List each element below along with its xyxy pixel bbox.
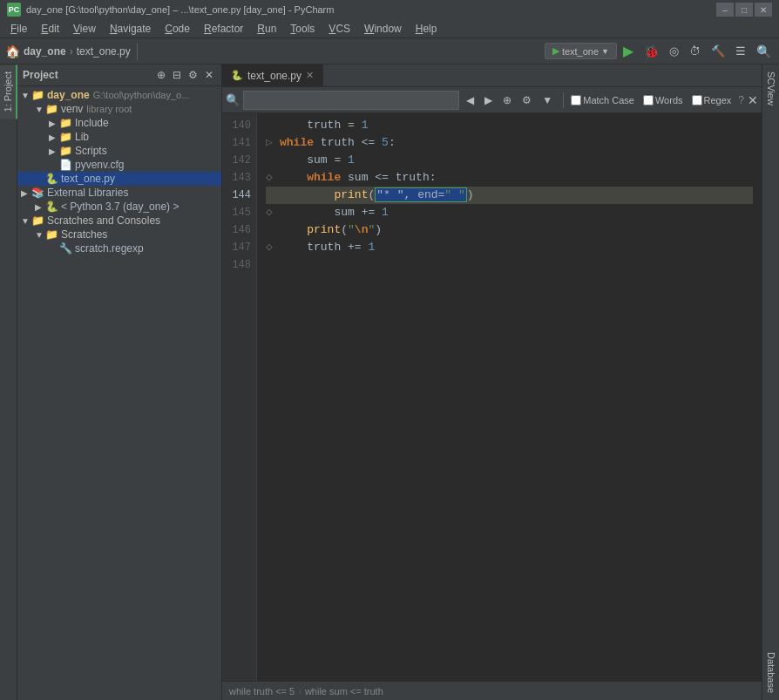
- line-decoration-141: ▷: [266, 134, 280, 152]
- search-input[interactable]: [243, 91, 459, 110]
- editor-tabs: 🐍 text_one.py ✕: [222, 65, 762, 87]
- line-numbers: 140 141 142 143 144 145 146 147 148: [222, 113, 257, 681]
- line-num-140: 140: [227, 117, 251, 134]
- code-line-140: truth = 1: [266, 117, 753, 134]
- run-controls: ▶ text_one ▼ ▶ 🐞 ◎ ⏱ 🔨 ☰: [545, 40, 750, 62]
- run-config-dropdown[interactable]: ▶ text_one ▼: [545, 43, 617, 59]
- regex-option[interactable]: Regex: [692, 95, 732, 105]
- match-case-checkbox[interactable]: [571, 95, 581, 105]
- tree-label-scripts: Scripts: [75, 145, 107, 157]
- scview-label: SCView: [766, 71, 776, 105]
- words-checkbox[interactable]: [643, 95, 654, 105]
- search-filter-button[interactable]: ▼: [539, 92, 556, 108]
- maximize-button[interactable]: □: [735, 3, 753, 17]
- code-content[interactable]: truth = 1 ▷ while truth <= 5: sum = 1 ◇ …: [257, 113, 762, 681]
- menu-file[interactable]: File: [3, 21, 34, 37]
- app-icon: PC: [7, 3, 21, 17]
- words-option[interactable]: Words: [643, 95, 683, 105]
- sidebar-settings-icon[interactable]: ⚙: [186, 68, 200, 82]
- tree-item-lib[interactable]: ▶ 📁 Lib: [17, 130, 221, 144]
- code-line-148: [266, 256, 753, 274]
- menu-code[interactable]: Code: [158, 21, 197, 37]
- tree-item-include[interactable]: ▶ 📁 Include: [17, 116, 221, 130]
- window-controls[interactable]: – □ ✕: [716, 3, 772, 17]
- menu-tools[interactable]: Tools: [283, 21, 322, 37]
- regex-checkbox[interactable]: [692, 95, 702, 105]
- regex-label: Regex: [704, 95, 732, 105]
- tree-item-scratch-regexp[interactable]: 🔧 scratch.regexp: [17, 241, 221, 255]
- words-label: Words: [655, 95, 683, 105]
- sidebar-close-icon[interactable]: ✕: [202, 68, 216, 82]
- line-num-148: 148: [227, 256, 251, 274]
- code-editor: 140 141 142 143 144 145 146 147 148 trut…: [222, 113, 762, 681]
- toolbar-btn-5[interactable]: ☰: [731, 42, 750, 60]
- tree-label-day_one: day_one: [47, 89, 90, 101]
- minimize-button[interactable]: –: [716, 3, 734, 17]
- menu-view[interactable]: View: [66, 21, 103, 37]
- arrow-icon: ▶: [35, 202, 45, 212]
- run-config-icon: ▶: [552, 45, 559, 57]
- tree-item-scratches-consoles[interactable]: ▼ 📁 Scratches and Consoles: [17, 214, 221, 228]
- arrow-icon: [35, 174, 45, 184]
- run-config-label: text_one: [562, 46, 599, 57]
- line-decoration-148: [266, 256, 280, 274]
- tree-item-venv[interactable]: ▼ 📁 venv library root: [17, 102, 221, 116]
- search-prev-button[interactable]: ◀: [463, 92, 478, 108]
- line-num-143: 143: [227, 169, 251, 187]
- title-bar: PC day_one [G:\tool\python\day_one] – ..…: [0, 0, 779, 19]
- search-close-button[interactable]: ✕: [748, 93, 758, 107]
- menu-refactor[interactable]: Refactor: [197, 21, 250, 37]
- debug-button[interactable]: 🐞: [640, 42, 663, 61]
- tree-item-external-libs[interactable]: ▶ 📚 External Libraries: [17, 186, 221, 200]
- menu-help[interactable]: Help: [409, 21, 444, 37]
- line-decoration-144: [266, 187, 280, 204]
- tab-close-button[interactable]: ✕: [306, 70, 314, 81]
- search-icon[interactable]: 🔍: [754, 42, 774, 61]
- database-panel-tab[interactable]: Database: [762, 645, 779, 700]
- tree-label-include: Include: [75, 117, 109, 129]
- tree-item-scripts[interactable]: ▶ 📁 Scripts: [17, 144, 221, 158]
- code-text-142: sum = 1: [280, 152, 355, 169]
- match-case-option[interactable]: Match Case: [571, 95, 634, 105]
- search-settings-button[interactable]: ⚙: [518, 92, 535, 108]
- tree-item-scratches[interactable]: ▼ 📁 Scratches: [17, 228, 221, 241]
- folder-icon: 📁: [31, 89, 44, 101]
- sidebar-collapse-icon[interactable]: ⊟: [170, 68, 184, 82]
- toolbar-separator: [137, 43, 138, 60]
- tree-item-text_one[interactable]: 🐍 text_one.py: [17, 172, 221, 186]
- tree-item-pyvenv[interactable]: 📄 pyvenv.cfg: [17, 158, 221, 172]
- coverage-button[interactable]: ◎: [665, 42, 683, 60]
- project-tab-label: 1: Project: [3, 71, 13, 112]
- profile-button[interactable]: ⏱: [685, 42, 705, 60]
- search-find-button[interactable]: ⊕: [499, 92, 515, 108]
- search-bar: 🔍 ◀ ▶ ⊕ ⚙ ▼ Match Case Words Regex ? ✕: [222, 87, 762, 113]
- tree-item-python37[interactable]: ▶ 🐍 < Python 3.7 (day_one) >: [17, 200, 221, 214]
- search-next-button[interactable]: ▶: [481, 92, 496, 108]
- scview-panel-tab[interactable]: SCView: [762, 65, 779, 112]
- match-case-label: Match Case: [583, 95, 634, 105]
- line-num-144: 144: [227, 187, 251, 204]
- menu-vcs[interactable]: VCS: [322, 21, 357, 37]
- menu-navigate[interactable]: Navigate: [103, 21, 158, 37]
- sidebar-add-icon[interactable]: ⊕: [154, 68, 168, 82]
- build-button[interactable]: 🔨: [707, 42, 729, 60]
- code-text-141: while truth <= 5:: [280, 134, 396, 152]
- project-panel-tab[interactable]: 1: Project: [0, 65, 17, 119]
- arrow-icon: ▼: [21, 91, 31, 100]
- line-decoration-146: [266, 221, 280, 239]
- line-num-142: 142: [227, 152, 251, 169]
- menu-window[interactable]: Window: [357, 21, 409, 37]
- arrow-icon: ▶: [49, 119, 59, 128]
- arrow-icon: ▶: [21, 188, 31, 198]
- menu-run[interactable]: Run: [250, 21, 283, 37]
- code-text-143: while sum <= truth:: [280, 169, 437, 187]
- code-line-141: ▷ while truth <= 5:: [266, 134, 753, 152]
- run-button[interactable]: ▶: [619, 40, 638, 62]
- code-text-140: truth = 1: [280, 117, 368, 134]
- menu-edit[interactable]: Edit: [34, 21, 66, 37]
- close-button[interactable]: ✕: [755, 3, 772, 17]
- editor-tab-text_one[interactable]: 🐍 text_one.py ✕: [222, 65, 323, 86]
- tree-item-day_one[interactable]: ▼ 📁 day_one G:\tool\python\day_o...: [17, 88, 221, 102]
- regex-help-icon[interactable]: ?: [738, 94, 744, 106]
- folder-icon: 📁: [59, 145, 72, 157]
